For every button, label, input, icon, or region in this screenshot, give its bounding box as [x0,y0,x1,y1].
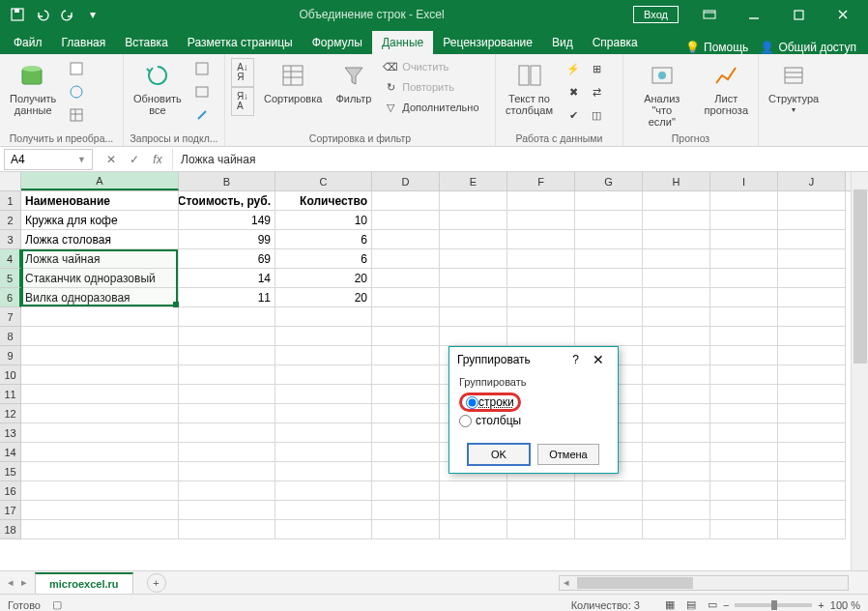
cell[interactable]: Количество [275,191,372,211]
cell[interactable] [440,481,507,501]
cell[interactable] [643,211,710,230]
cell[interactable] [21,462,179,481]
cell[interactable] [440,230,507,249]
cell[interactable] [275,520,372,539]
cell[interactable] [21,404,179,423]
row-header[interactable]: 18 [0,520,21,539]
cell[interactable] [643,481,710,501]
cell[interactable] [710,307,778,327]
cancel-formula-icon[interactable]: ✕ [101,149,122,170]
cell[interactable] [507,230,575,249]
cell[interactable] [710,443,778,462]
column-header[interactable]: F [507,172,575,190]
cell[interactable] [179,346,275,365]
cell[interactable] [643,230,710,249]
radio-columns[interactable] [459,415,472,427]
cell[interactable] [710,404,778,423]
cell[interactable] [372,520,440,539]
vertical-scrollbar[interactable] [851,172,868,570]
cell[interactable] [575,288,643,307]
sort-za-icon[interactable]: Я↓А [231,87,254,116]
cell[interactable] [440,249,507,269]
clear-filter-button[interactable]: ⌫Очистить [381,58,480,75]
row-header[interactable]: 2 [0,211,21,230]
cell[interactable] [372,230,440,249]
cell[interactable] [179,481,275,501]
cell[interactable] [778,365,846,385]
reapply-filter-button[interactable]: ↻Повторить [381,78,480,96]
dialog-close-button[interactable]: ✕ [587,352,610,367]
cell[interactable] [179,423,275,443]
cell[interactable] [710,211,778,230]
cell[interactable] [179,307,275,327]
save-icon[interactable] [6,3,29,26]
tab-formulas[interactable]: Формулы [303,31,372,54]
cell[interactable] [179,404,275,423]
tab-home[interactable]: Главная [52,31,116,54]
sheet-nav-next-icon[interactable]: ▸ [21,576,27,589]
cell[interactable] [710,385,778,404]
cell[interactable]: 14 [179,269,275,288]
cell[interactable] [778,423,846,443]
sort-az-icon[interactable]: А↓Я [231,58,254,87]
cell[interactable] [372,327,440,346]
cell[interactable] [710,501,778,520]
cell[interactable] [507,307,575,327]
cell[interactable] [643,520,710,539]
zoom-in-button[interactable]: + [818,599,824,611]
remove-dup-icon[interactable]: ✖ [563,81,584,102]
cell[interactable] [778,230,846,249]
row-header[interactable]: 10 [0,365,21,385]
cell[interactable] [778,269,846,288]
row-header[interactable]: 1 [0,191,21,211]
cell[interactable] [507,249,575,269]
cell[interactable] [372,249,440,269]
cell[interactable] [710,423,778,443]
properties-icon[interactable] [191,81,213,102]
cell[interactable] [575,481,643,501]
cell[interactable] [440,307,507,327]
column-header[interactable]: B [179,172,275,190]
cell[interactable] [710,230,778,249]
cell[interactable] [21,423,179,443]
formula-input[interactable]: Ложка чайная [173,153,868,166]
cell[interactable] [575,249,643,269]
cell[interactable] [778,307,846,327]
cell[interactable] [21,481,179,501]
cell[interactable] [179,520,275,539]
cell[interactable] [179,501,275,520]
cell[interactable] [179,385,275,404]
get-data-button[interactable]: Получить данные [6,58,60,118]
cell[interactable] [21,346,179,365]
cell[interactable] [778,211,846,230]
cell[interactable] [710,462,778,481]
cell[interactable] [643,443,710,462]
cell[interactable] [575,269,643,288]
cell[interactable] [372,481,440,501]
cell[interactable] [778,346,846,365]
cell[interactable] [575,230,643,249]
whatif-button[interactable]: Анализ "что если" [629,58,695,130]
tab-review[interactable]: Рецензирование [433,31,542,54]
cell[interactable] [710,191,778,211]
cell[interactable] [275,404,372,423]
cell[interactable]: 11 [179,288,275,307]
cell[interactable] [372,288,440,307]
cell[interactable] [440,520,507,539]
cell[interactable]: Стаканчик одноразовый [21,269,179,288]
row-header[interactable]: 7 [0,307,21,327]
sheet-nav-prev-icon[interactable]: ◂ [8,576,14,589]
cell[interactable] [778,443,846,462]
cell[interactable] [575,501,643,520]
view-page-icon[interactable]: ▤ [680,598,702,611]
radio-rows[interactable] [466,396,478,409]
sort-button[interactable]: Сортировка [260,58,326,106]
cell[interactable] [440,191,507,211]
cell[interactable] [643,501,710,520]
cell[interactable] [372,462,440,481]
cell[interactable] [507,481,575,501]
cell[interactable] [778,462,846,481]
cell[interactable] [710,346,778,365]
cell[interactable] [179,327,275,346]
cell[interactable] [372,365,440,385]
